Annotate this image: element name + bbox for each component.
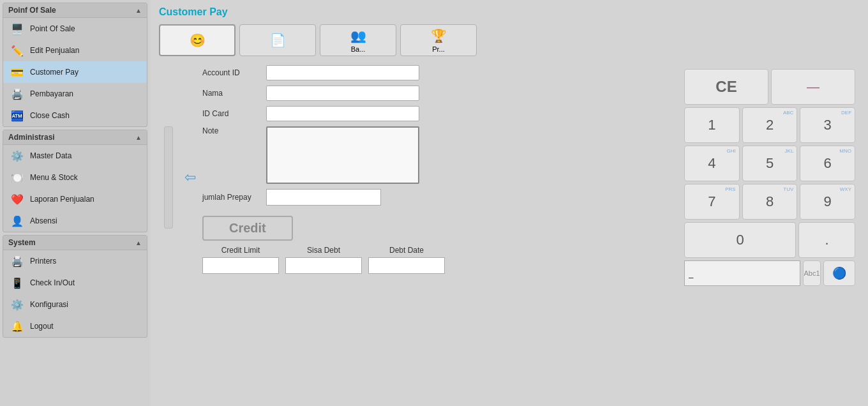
sidebar-section-system-label: System xyxy=(8,238,36,247)
collapse-icon-pos: ▲ xyxy=(135,7,142,14)
sidebar-item-edit-penjualan[interactable]: ✏️ Edit Penjualan xyxy=(3,40,147,61)
jumlah-prepay-input[interactable] xyxy=(266,189,381,206)
numpad-2-button[interactable]: 2 ABC xyxy=(742,107,798,143)
check-in-out-icon: 📱 xyxy=(10,275,25,290)
numpad-row-456: 4 GHI 5 JKL 6 MNO xyxy=(684,146,855,181)
sidebar-item-logout[interactable]: 🔔 Logout xyxy=(3,315,147,337)
numpad-4-button[interactable]: 4 GHI xyxy=(684,146,740,181)
sidebar-item-customer-pay[interactable]: 💳 Customer Pay xyxy=(3,61,147,83)
numpad-row-789: 7 PRS 8 TUV 9 WXY xyxy=(684,184,855,220)
sidebar-item-laporan-penjualan[interactable]: ❤️ Laporan Penjualan xyxy=(3,188,147,210)
numpad-1-button[interactable]: 1 xyxy=(684,107,740,143)
sidebar-section-system-header[interactable]: System ▲ xyxy=(3,236,147,250)
numpad-2-sub: ABC xyxy=(783,110,793,116)
nama-label: Nama xyxy=(202,89,260,98)
laporan-icon: ❤️ xyxy=(10,192,25,207)
account-id-input[interactable] xyxy=(266,65,419,80)
credit-limit-label: Credit Limit xyxy=(221,246,260,255)
form-area: ⇦ Account ID Nama ID Card Note jumlah Pr… xyxy=(159,65,859,290)
tab-4-label: Pr... xyxy=(432,45,445,53)
tab-4[interactable]: 🏆 Pr... xyxy=(400,24,477,56)
numpad-4-sub: GHI xyxy=(726,149,735,154)
sidebar-item-konfigurasi[interactable]: ⚙️ Konfigurasi xyxy=(3,294,147,315)
numpad-9-button[interactable]: 9 WXY xyxy=(800,184,855,220)
numpad-minus-button[interactable]: — xyxy=(771,69,855,105)
tab-1[interactable]: 😊 xyxy=(159,24,236,56)
pembayaran-icon: 🖨️ xyxy=(10,86,25,102)
sidebar-item-absensi[interactable]: 👤 Absensi xyxy=(3,210,147,232)
jumlah-prepay-row: jumlah Prepay xyxy=(202,189,445,206)
tab-1-icon: 😊 xyxy=(190,33,206,48)
numpad-bottom-row: Abc1 🔵 xyxy=(684,260,855,286)
sidebar-label-laporan: Laporan Penjualan xyxy=(30,195,94,204)
numpad-5-button[interactable]: 5 JKL xyxy=(742,146,798,181)
numpad-3-button[interactable]: 3 DEF xyxy=(800,107,855,143)
scroll-arrow-container: ⇦ xyxy=(184,65,196,290)
account-id-label: Account ID xyxy=(202,68,260,77)
numpad-text-input[interactable] xyxy=(684,260,800,286)
sidebar-section-admin-header[interactable]: Administrasi ▲ xyxy=(3,130,147,145)
numpad-5-sub: JKL xyxy=(785,149,794,154)
sidebar-item-printers[interactable]: 🖨️ Printers xyxy=(3,250,147,272)
numpad-6-button[interactable]: 6 MNO xyxy=(800,146,855,181)
absensi-icon: 👤 xyxy=(10,213,25,229)
sidebar-item-master-data[interactable]: ⚙️ Master Data xyxy=(3,145,147,167)
sidebar-item-menu-stock[interactable]: 🍽️ Menu & Stock xyxy=(3,167,147,188)
sidebar-item-close-cash[interactable]: 🏧 Close Cash xyxy=(3,105,147,126)
nama-row: Nama xyxy=(202,86,445,101)
numpad-row-0: 0 . xyxy=(684,222,855,258)
numpad-7-button[interactable]: 7 PRS xyxy=(684,184,740,220)
numpad-abc-button[interactable]: Abc1 xyxy=(803,260,821,286)
tab-3-label: Ba... xyxy=(351,45,366,53)
nama-input[interactable] xyxy=(266,86,419,101)
sidebar-label-edit: Edit Penjualan xyxy=(30,46,79,55)
logout-icon: 🔔 xyxy=(10,319,25,334)
numpad-0-button[interactable]: 0 xyxy=(684,222,796,258)
id-card-label: ID Card xyxy=(202,109,260,118)
numpad-row-123: 1 2 ABC 3 DEF xyxy=(684,107,855,143)
credit-limit-input[interactable] xyxy=(202,257,279,274)
sidebar-item-point-of-sale[interactable]: 🖥️ Point Of Sale xyxy=(3,18,147,40)
sisa-debt-col: Sisa Debt xyxy=(285,246,362,274)
master-data-icon: ⚙️ xyxy=(10,148,25,163)
sisa-debt-input[interactable] xyxy=(285,257,362,274)
note-input[interactable] xyxy=(266,126,419,184)
numpad-blue-icon: 🔵 xyxy=(832,266,846,280)
id-card-row: ID Card xyxy=(202,106,445,121)
account-id-row: Account ID xyxy=(202,65,445,80)
numpad-8-button[interactable]: 8 TUV xyxy=(742,184,798,220)
numpad-blue-button[interactable]: 🔵 xyxy=(823,260,855,286)
credit-cols: Credit Limit Sisa Debt Debt Date xyxy=(202,246,445,274)
sidebar-item-pembayaran[interactable]: 🖨️ Pembayaran xyxy=(3,83,147,105)
edit-icon: ✏️ xyxy=(10,43,25,58)
tab-4-icon: 🏆 xyxy=(431,28,447,43)
main-content: Customer Pay 😊 📄 👥 Ba... 🏆 Pr... ⇦ xyxy=(150,0,868,406)
numpad-dot-button[interactable]: . xyxy=(798,222,855,258)
sidebar-section-pos: Poinf Of Sale ▲ 🖥️ Point Of Sale ✏️ Edit… xyxy=(3,3,147,127)
id-card-input[interactable] xyxy=(266,106,419,121)
debt-date-col: Debt Date xyxy=(368,246,445,274)
scrollbar[interactable] xyxy=(164,126,173,229)
numpad-ce-button[interactable]: CE xyxy=(684,69,768,105)
menu-stock-icon: 🍽️ xyxy=(10,170,25,185)
sidebar: Poinf Of Sale ▲ 🖥️ Point Of Sale ✏️ Edit… xyxy=(0,0,150,406)
numpad-9-sub: WXY xyxy=(840,187,851,193)
sidebar-label-absensi: Absensi xyxy=(30,216,57,225)
sidebar-section-pos-label: Poinf Of Sale xyxy=(8,6,56,15)
numpad: CE — 1 2 ABC 3 DEF xyxy=(680,65,859,290)
credit-label: Credit xyxy=(202,216,293,241)
sidebar-label-pembayaran: Pembayaran xyxy=(30,89,73,98)
tab-2-icon: 📄 xyxy=(270,33,286,48)
debt-date-input[interactable] xyxy=(368,257,445,274)
collapse-icon-system: ▲ xyxy=(135,239,142,246)
jumlah-prepay-label: jumlah Prepay xyxy=(202,193,260,202)
scroll-left-arrow[interactable]: ⇦ xyxy=(184,169,196,186)
tab-2[interactable]: 📄 xyxy=(239,24,316,56)
sidebar-item-check-in-out[interactable]: 📱 Check In/Out xyxy=(3,272,147,294)
sidebar-label-printers: Printers xyxy=(30,257,56,266)
top-tabs: 😊 📄 👥 Ba... 🏆 Pr... xyxy=(159,24,859,56)
sidebar-label-customer-pay: Customer Pay xyxy=(30,68,79,77)
sidebar-section-pos-header[interactable]: Poinf Of Sale ▲ xyxy=(3,3,147,18)
tab-3[interactable]: 👥 Ba... xyxy=(320,24,396,56)
note-label: Note xyxy=(202,126,260,135)
